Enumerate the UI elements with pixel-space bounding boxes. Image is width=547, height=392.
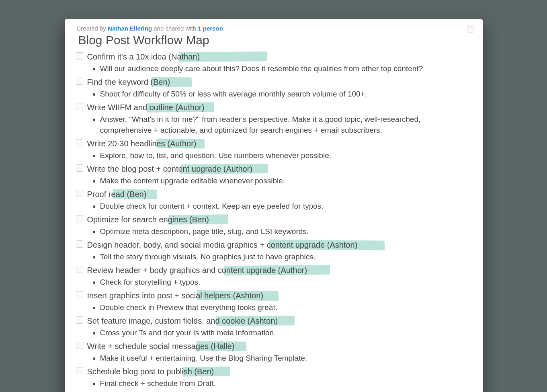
task-list: Confirm it's a 10x idea (Nathan)Will our… [76,51,471,389]
task-sub-item: Tell the story through visuals. No graph… [100,251,471,262]
task-checkbox[interactable] [76,316,83,324]
task-item: Optimize for search engines (Ben)Optimiz… [76,214,471,237]
task-label-text: Schedule blog post to publish (Ben) [87,367,214,376]
task-label: Find the keyword (Ben) [87,76,170,88]
task-item: Set feature image, custom fields, and co… [76,315,471,338]
meta-mid: and shared with [152,25,198,32]
task-line: Proof read (Ben) [76,189,471,200]
task-checkbox[interactable] [76,78,83,85]
task-line: Write 20-30 headlines (Author) [76,138,471,149]
note-type-icon [467,25,474,33]
task-label: Write the blog post + content upgrade (A… [87,163,253,174]
task-sub-item: Check for storytelling + typos. [100,277,471,287]
task-sub-item: Double check for content + context. Keep… [100,201,471,211]
note-title: Blog Post Workflow Map [76,33,471,47]
task-sub-list: Optimize meta description, page title, s… [76,226,471,237]
task-label-text: Write 20-30 headlines (Author) [87,139,197,148]
task-label: Confirm it's a 10x idea (Nathan) [87,51,200,62]
task-line: Schedule blog post to publish (Ben) [76,366,471,377]
task-line: Design header, body, and social media gr… [76,239,471,250]
task-item: Write the blog post + content upgrade (A… [76,163,471,186]
task-line: Optimize for search engines (Ben) [76,214,471,225]
task-sub-list: Double check for content + context. Keep… [76,201,471,211]
task-item: Schedule blog post to publish (Ben)Final… [76,366,471,389]
task-checkbox[interactable] [76,52,83,60]
task-label-text: Set feature image, custom fields, and co… [87,316,278,325]
task-label: Design header, body, and social media gr… [87,239,358,250]
task-item: Design header, body, and social media gr… [76,239,471,262]
task-sub-item: Explore, how to, list, and question. Use… [100,150,471,161]
task-line: Write the blog post + content upgrade (A… [76,163,471,174]
task-label-text: Write the blog post + content upgrade (A… [87,164,253,173]
meta-line: Created by Nathan Ellering and shared wi… [76,25,471,32]
task-line: Write + schedule social messages (Halle) [76,341,471,352]
task-label: Proof read (Ben) [87,189,147,200]
task-line: Review header + body graphics and conten… [76,265,471,276]
task-item: Confirm it's a 10x idea (Nathan)Will our… [76,51,471,74]
task-label-text: Write + schedule social messages (Halle) [87,342,235,351]
task-sub-item: Double check in Preview that everything … [100,302,471,313]
task-sub-list: Answer, "What's in it for me?" from read… [76,114,471,135]
task-item: Review header + body graphics and conten… [76,265,471,287]
task-item: Write WIIFM and outline (Author)Answer, … [76,102,471,135]
task-checkbox[interactable] [76,367,83,374]
task-label: Write + schedule social messages (Halle) [87,341,235,352]
task-sub-item: Shoot for difficulty of 50% or less with… [100,88,471,99]
task-item: Write 20-30 headlines (Author)Explore, h… [76,138,471,161]
task-sub-item: Cross your Ts and dot your Is with meta … [100,327,471,338]
task-checkbox[interactable] [76,139,83,146]
task-line: Insert graphics into post + social helpe… [76,290,471,301]
task-sub-list: Will our audience deeply care about this… [76,63,471,74]
task-sub-list: Cross your Ts and dot your Is with meta … [76,327,471,338]
task-label: Write WIIFM and outline (Author) [87,102,205,113]
task-sub-list: Double check in Preview that everything … [76,302,471,313]
task-sub-list: Check for storytelling + typos. [76,277,471,287]
task-sub-item: Final check + schedule from Draft. [100,378,471,389]
task-label-text: Design header, body, and social media gr… [87,240,358,249]
task-checkbox[interactable] [76,190,83,197]
task-item: Write + schedule social messages (Halle)… [76,341,471,363]
task-checkbox[interactable] [76,291,83,298]
meta-prefix: Created by [77,25,108,32]
task-label-text: Write WIIFM and outline (Author) [87,103,205,112]
task-line: Set feature image, custom fields, and co… [76,315,471,326]
task-sub-list: Tell the story through visuals. No graph… [76,251,471,262]
note-card: Created by Nathan Ellering and shared wi… [65,19,483,392]
task-label-text: Review header + body graphics and conten… [87,266,307,275]
shared-with-link[interactable]: 1 person [198,25,223,32]
task-checkbox[interactable] [76,164,83,172]
task-checkbox[interactable] [76,103,83,110]
task-label-text: Find the keyword (Ben) [87,78,170,86]
task-sub-list: Make the content upgrade editable whenev… [76,175,471,186]
task-checkbox[interactable] [76,342,83,349]
task-line: Confirm it's a 10x idea (Nathan) [76,51,471,62]
task-sub-list: Shoot for difficulty of 50% or less with… [76,88,471,99]
task-sub-item: Make the content upgrade editable whenev… [100,175,471,186]
task-sub-item: Will our audience deeply care about this… [100,63,471,74]
task-label: Optimize for search engines (Ben) [87,214,209,225]
task-label: Schedule blog post to publish (Ben) [87,366,214,377]
task-checkbox[interactable] [76,240,83,248]
task-item: Insert graphics into post + social helpe… [76,290,471,313]
task-label-text: Optimize for search engines (Ben) [87,215,209,224]
task-label-text: Insert graphics into post + social helpe… [87,291,264,300]
task-sub-list: Final check + schedule from Draft. [76,378,471,389]
task-label-text: Proof read (Ben) [87,190,147,199]
task-line: Write WIIFM and outline (Author) [76,102,471,113]
task-line: Find the keyword (Ben) [76,76,471,88]
task-checkbox[interactable] [76,266,83,273]
author-link[interactable]: Nathan Ellering [108,25,152,32]
task-label-text: Confirm it's a 10x idea (Nathan) [87,52,200,61]
svg-rect-1 [469,26,473,33]
task-label: Write 20-30 headlines (Author) [87,138,197,149]
task-sub-list: Explore, how to, list, and question. Use… [76,150,471,161]
task-label: Set feature image, custom fields, and co… [87,315,278,326]
task-sub-item: Optimize meta description, page title, s… [100,226,471,237]
task-sub-item: Answer, "What's in it for me?" from read… [100,114,471,135]
task-item: Proof read (Ben)Double check for content… [76,189,471,211]
task-sub-list: Make it useful + entertaining. Use the B… [76,353,471,363]
task-label: Review header + body graphics and conten… [87,265,307,276]
task-label: Insert graphics into post + social helpe… [87,290,264,301]
task-sub-item: Make it useful + entertaining. Use the B… [100,353,471,363]
task-checkbox[interactable] [76,215,83,222]
